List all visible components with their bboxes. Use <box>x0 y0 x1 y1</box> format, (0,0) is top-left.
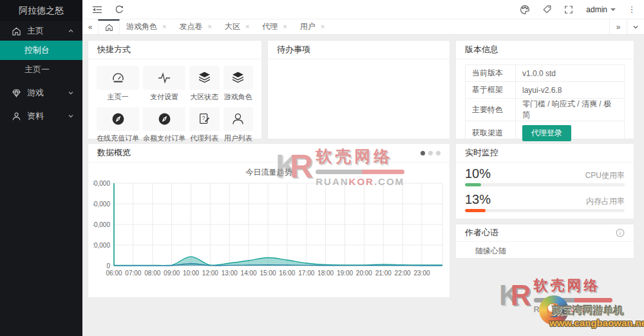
svg-text:17:00: 17:00 <box>298 270 314 277</box>
svg-text:?: ? <box>202 115 205 121</box>
shortcut-online-recharge-orders[interactable]: 在线充值订单 <box>97 107 139 143</box>
svg-text:21:00: 21:00 <box>375 270 392 277</box>
shrink-icon <box>92 5 102 15</box>
svg-text:08:00: 08:00 <box>144 270 160 277</box>
sidebar-item-label: 游戏 <box>27 87 67 99</box>
svg-text:20,000: 20,000 <box>93 242 110 249</box>
caret-down-icon <box>611 8 616 11</box>
sidebar-nav: 主页 控制台 主页一 游戏 资料 <box>0 21 82 126</box>
row-value: layui-v2.6.8 <box>516 86 568 95</box>
svg-text:23:00: 23:00 <box>413 270 430 277</box>
app-logo: 阿拉德之怒 <box>0 0 82 21</box>
shortcut-label: 代理列表 <box>189 133 220 143</box>
chevron-down-icon <box>67 89 75 97</box>
sidebar-item-label: 资料 <box>27 110 67 122</box>
carousel-dot[interactable] <box>436 151 440 155</box>
fullscreen-icon <box>564 5 573 14</box>
close-icon[interactable]: × <box>321 23 325 30</box>
progress-fill <box>465 209 486 212</box>
tag-button[interactable] <box>536 0 558 19</box>
carousel-indicator <box>421 151 440 155</box>
svg-text:22:00: 22:00 <box>395 270 411 277</box>
fullscreen-button[interactable] <box>558 0 580 19</box>
memory-metric: 13% 内存占用率 <box>465 192 625 212</box>
tab-game-role[interactable]: 游戏角色× <box>120 19 173 34</box>
svg-text:80,000: 80,000 <box>93 180 110 187</box>
tab-label: 游戏角色 <box>126 21 157 32</box>
sidebar: 阿拉德之怒 主页 控制台 主页一 游戏 资料 <box>0 0 82 336</box>
shortcut-game-role[interactable]: 游戏角色 <box>223 66 254 102</box>
refresh-button[interactable] <box>108 0 130 19</box>
more-menu-button[interactable]: ⋮ <box>622 5 641 14</box>
tab-label: 发点卷 <box>179 21 202 32</box>
svg-text:09:00: 09:00 <box>164 270 180 277</box>
tabs-scroll-right-button[interactable]: » <box>609 19 627 34</box>
tab-points[interactable]: 发点卷× <box>173 19 218 34</box>
author-panel: 作者心语 随缘心随 <box>455 224 634 259</box>
panel-title: 快捷方式 <box>97 41 252 59</box>
top-header: admin ⋮ <box>82 0 644 19</box>
panel-title: 数据概览 <box>97 144 421 162</box>
svg-text:16:00: 16:00 <box>279 270 295 277</box>
svg-text:20:00: 20:00 <box>356 270 372 277</box>
shortcut-balance-pay-orders[interactable]: 余额支付订单 <box>143 107 185 143</box>
sidebar-item-game[interactable]: 游戏 <box>0 83 82 103</box>
shortcut-homepage1[interactable]: 主页一 <box>97 66 139 102</box>
tabs-scroll-left-button[interactable]: « <box>82 19 98 34</box>
chevron-down-icon <box>67 112 75 120</box>
panel-title: 实时监控 <box>465 144 625 162</box>
sidebar-item-console[interactable]: 控制台 <box>0 41 82 60</box>
home-icon <box>105 23 113 32</box>
sidebar-item-profile[interactable]: 资料 <box>0 106 82 126</box>
sidebar-item-home[interactable]: 主页 <box>0 21 82 41</box>
table-row: 主要特色 零门槛 / 响应式 / 清爽 / 极简 <box>466 99 624 121</box>
svg-text:07:00: 07:00 <box>125 270 141 277</box>
tabs-menu-button[interactable] <box>627 19 644 34</box>
version-table: 当前版本 v1.0.0 std 基于框架 layui-v2.6.8 主要特色 零… <box>465 64 625 145</box>
close-icon[interactable]: × <box>283 23 287 30</box>
sidebar-item-homepage1[interactable]: 主页一 <box>0 60 82 79</box>
tab-agent[interactable]: 代理× <box>256 19 293 34</box>
shortcut-user-list[interactable]: 用户列表 <box>223 107 254 143</box>
refresh-icon <box>115 5 124 14</box>
shortcut-payment-settings[interactable]: 支付设置 <box>143 66 185 102</box>
carousel-dot[interactable] <box>421 151 425 155</box>
compass-icon <box>111 112 125 126</box>
info-icon[interactable] <box>616 228 625 237</box>
tab-home[interactable] <box>98 19 120 34</box>
username: admin <box>586 5 607 14</box>
chevron-down-icon <box>632 23 639 31</box>
collapse-sidebar-button[interactable] <box>86 0 108 19</box>
layers-icon <box>231 71 245 84</box>
tab-label: 代理 <box>262 21 278 32</box>
row-label: 主要特色 <box>466 99 516 121</box>
home-icon <box>12 26 21 36</box>
progress-track <box>465 183 625 186</box>
theme-button[interactable] <box>514 0 536 19</box>
tab-region[interactable]: 大区× <box>218 19 256 34</box>
agent-login-button[interactable]: 代理登录 <box>522 125 571 141</box>
close-icon[interactable]: × <box>245 23 249 30</box>
main-content: 快捷方式 主页一 支付设置 大区状态 游戏角色 在线充值订单 <box>82 35 644 336</box>
chevron-up-icon <box>67 27 75 35</box>
carousel-dot[interactable] <box>428 151 433 155</box>
svg-text:15:00: 15:00 <box>260 270 276 277</box>
row-value: v1.0.0 std <box>516 69 562 78</box>
traffic-area-chart: 020,00040,00060,00080,00006:0007:0008:00… <box>93 179 444 284</box>
shortcut-region-status[interactable]: 大区状态 <box>189 66 220 102</box>
svg-text:19:00: 19:00 <box>337 270 353 277</box>
shortcuts-panel: 快捷方式 主页一 支付设置 大区状态 游戏角色 在线充值订单 <box>88 40 262 139</box>
shortcut-label: 游戏角色 <box>223 92 254 102</box>
tab-user[interactable]: 用户× <box>294 19 331 34</box>
shortcut-label: 余额支付订单 <box>143 133 185 143</box>
close-icon[interactable]: × <box>207 23 211 30</box>
memory-label: 内存占用率 <box>586 196 625 207</box>
progress-fill <box>465 183 481 186</box>
row-label: 获取渠道 <box>466 121 516 144</box>
compass-icon <box>158 112 171 126</box>
close-icon[interactable]: × <box>162 23 166 30</box>
author-quote: 随缘心随 <box>456 242 634 257</box>
memory-value: 13% <box>465 192 491 207</box>
shortcut-agent-list[interactable]: ? 代理列表 <box>189 107 220 143</box>
user-menu[interactable]: admin <box>580 0 622 19</box>
